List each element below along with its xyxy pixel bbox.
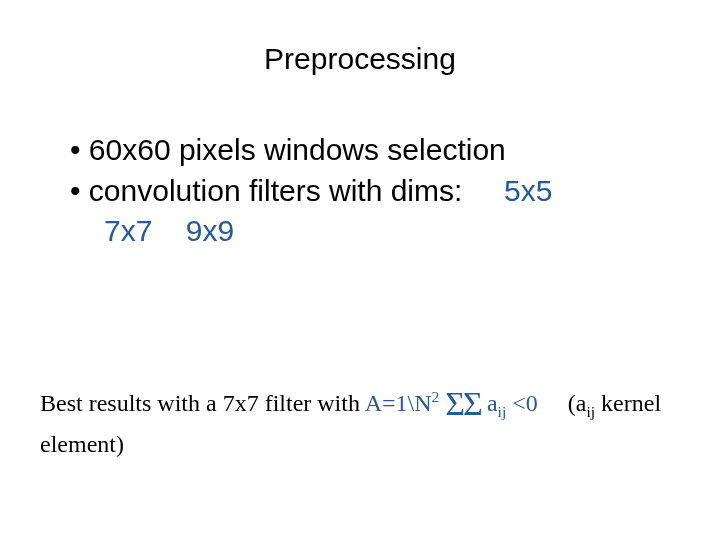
formula-lt0: <0 bbox=[512, 390, 538, 416]
dim-7x7: 7x7 bbox=[104, 214, 152, 247]
dim-5x5: 5x5 bbox=[504, 174, 552, 207]
bullet-2-text: convolution filters with dims: bbox=[89, 174, 462, 207]
formula: A=1\N2 ΣΣ aij <0 bbox=[365, 390, 544, 416]
dim-9x9: 9x9 bbox=[186, 214, 234, 247]
bullet-dot: • bbox=[70, 174, 81, 207]
footnote-post-ij: ij bbox=[586, 403, 595, 420]
formula-aij-ij: ij bbox=[498, 403, 507, 420]
bullet-1: • 60x60 pixels windows selection bbox=[70, 130, 680, 171]
bullet-1-text: 60x60 pixels windows selection bbox=[89, 133, 506, 166]
footnote-post-open: (a bbox=[568, 390, 587, 416]
bullet-dot: • bbox=[70, 133, 81, 166]
sigma-icon: ΣΣ bbox=[445, 385, 481, 422]
formula-sup2: 2 bbox=[432, 388, 440, 405]
bullet-2: • convolution filters with dims: 5x5 bbox=[70, 171, 680, 212]
formula-a: A=1\N bbox=[365, 390, 432, 416]
slide: Preprocessing • 60x60 pixels windows sel… bbox=[0, 0, 720, 540]
slide-title: Preprocessing bbox=[0, 42, 720, 76]
bullet-list: • 60x60 pixels windows selection • convo… bbox=[70, 130, 680, 252]
bullet-2-cont: 7x7 9x9 bbox=[70, 211, 680, 252]
footnote-pre: Best results with a 7x7 filter with bbox=[40, 390, 365, 416]
footnote: Best results with a 7x7 filter with A=1\… bbox=[40, 380, 690, 461]
formula-aij-a: a bbox=[487, 390, 498, 416]
